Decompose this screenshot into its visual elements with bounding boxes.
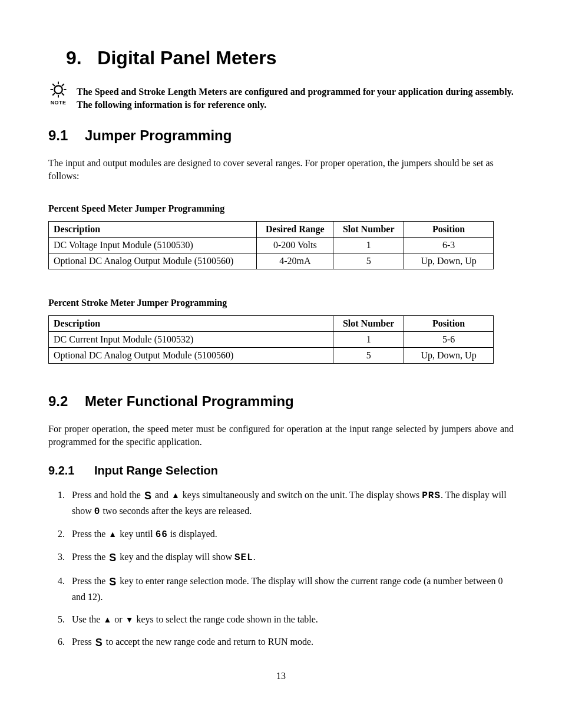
td-range: 0-200 Volts [257, 238, 333, 253]
td-description: DC Voltage Input Module (5100530) [49, 238, 257, 253]
svg-line-5 [52, 84, 55, 86]
table-row: Optional DC Analog Output Module (510056… [49, 253, 494, 269]
td-description: Optional DC Analog Output Module (510056… [49, 348, 333, 364]
table-row: DC Current Input Module (5100532) 1 5-6 [49, 332, 494, 348]
page-number: 13 [48, 671, 514, 681]
section-9-2-1-heading: 9.2.1Input Range Selection [48, 464, 514, 477]
td-position: Up, Down, Up [404, 253, 494, 269]
s-key-icon: S [94, 635, 104, 651]
td-description: DC Current Input Module (5100532) [49, 332, 333, 348]
section-number: 9.2 [48, 393, 85, 410]
table-header-row: Description Desired Range Slot Number Po… [49, 222, 494, 238]
th-position: Position [404, 316, 494, 332]
th-description: Description [49, 222, 257, 238]
note-icon: NOTE [48, 81, 68, 106]
s-key-icon: S [143, 488, 153, 504]
chapter-title: Digital Panel Meters [97, 47, 276, 68]
td-slot: 5 [333, 348, 404, 364]
th-slot-number: Slot Number [333, 222, 404, 238]
note-label: NOTE [48, 100, 68, 106]
up-arrow-icon: ▲ [108, 528, 117, 541]
section-title: Meter Functional Programming [85, 393, 294, 409]
td-slot: 1 [333, 332, 404, 348]
note-block: NOTE The Speed and Stroke Length Meters … [48, 81, 514, 111]
th-desired-range: Desired Range [257, 222, 333, 238]
table-header-row: Description Slot Number Position [49, 316, 494, 332]
list-item: Press the S key to enter range selection… [67, 574, 514, 604]
section-9-2-heading: 9.2Meter Functional Programming [48, 393, 514, 410]
list-item: Press S to accept the new range code and… [67, 635, 514, 651]
steps-list: Press and hold the S and ▲ keys simultan… [67, 488, 514, 651]
table-row: DC Voltage Input Module (5100530) 0-200 … [49, 238, 494, 253]
td-slot: 1 [333, 238, 404, 253]
section-9-1-intro: The input and output modules are designe… [48, 157, 514, 182]
table-speed-meter: Description Desired Range Slot Number Po… [48, 221, 494, 269]
chapter-heading: 9. Digital Panel Meters [48, 47, 514, 69]
list-item: Press the ▲ key until 66 is displayed. [67, 527, 514, 542]
display-66: 66 [156, 529, 168, 540]
td-slot: 5 [333, 253, 404, 269]
note-text: The Speed and Stroke Length Meters are c… [77, 85, 514, 111]
display-zero: 0 [94, 506, 101, 517]
svg-point-0 [54, 85, 62, 94]
list-item: Press the S key and the display will sho… [67, 550, 514, 566]
section-number: 9.2.1 [48, 464, 94, 477]
svg-line-8 [52, 93, 55, 95]
section-9-2-intro: For proper operation, the speed meter mu… [48, 423, 514, 448]
section-title: Input Range Selection [94, 464, 218, 477]
td-position: 5-6 [404, 332, 494, 348]
s-key-icon: S [108, 574, 117, 590]
th-description: Description [49, 316, 333, 332]
th-position: Position [404, 222, 494, 238]
chapter-number: 9. [66, 47, 82, 68]
td-description: Optional DC Analog Output Module (510056… [49, 253, 257, 269]
td-position: 6-3 [404, 238, 494, 253]
section-title: Jumper Programming [85, 127, 232, 143]
section-9-1-heading: 9.1Jumper Programming [48, 127, 514, 144]
display-prs: PRS [422, 490, 441, 501]
svg-line-6 [62, 93, 64, 95]
table-row: Optional DC Analog Output Module (510056… [49, 348, 494, 364]
section-number: 9.1 [48, 127, 85, 144]
table2-title: Percent Stroke Meter Jumper Programming [48, 298, 514, 308]
th-slot-number: Slot Number [333, 316, 404, 332]
table-stroke-meter: Description Slot Number Position DC Curr… [48, 315, 494, 364]
display-sel: SEL [234, 552, 253, 563]
svg-line-7 [62, 84, 64, 86]
down-arrow-icon: ▼ [125, 614, 134, 626]
table1-title: Percent Speed Meter Jumper Programming [48, 203, 514, 214]
list-item: Use the ▲ or ▼ keys to select the range … [67, 612, 514, 627]
up-arrow-icon: ▲ [171, 489, 180, 502]
td-position: Up, Down, Up [404, 348, 494, 364]
s-key-icon: S [108, 550, 117, 566]
td-range: 4-20mA [257, 253, 333, 269]
list-item: Press and hold the S and ▲ keys simultan… [67, 488, 514, 519]
up-arrow-icon: ▲ [103, 614, 112, 626]
